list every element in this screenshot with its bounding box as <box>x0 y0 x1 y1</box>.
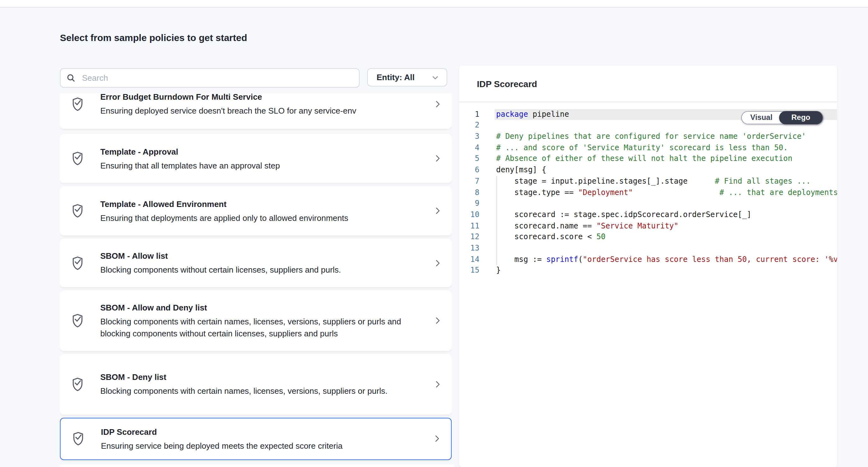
code-token: 50 <box>596 233 606 241</box>
toggle-option-rego[interactable]: Rego <box>779 111 823 124</box>
line-number: 12 <box>459 232 479 243</box>
shield-check-icon <box>71 256 84 270</box>
policy-card-text: Template - Allowed Environment Ensuring … <box>60 198 452 224</box>
page-title: Select from sample policies to get start… <box>60 32 247 43</box>
chevron-right-icon <box>433 317 441 325</box>
code-token: msg := <box>496 255 546 263</box>
list-footer-edge <box>60 465 454 467</box>
code-token: "Deployment" <box>578 188 633 197</box>
chevron-right-icon <box>433 100 441 108</box>
code-text: scorecard.score < 50 <box>496 232 606 243</box>
line-number: 9 <box>459 198 479 209</box>
search-input[interactable] <box>81 72 359 83</box>
policy-card-text: Template - Approval Ensuring that all te… <box>60 145 452 171</box>
line-number: 11 <box>459 221 479 232</box>
line-number: 1 <box>459 109 479 120</box>
code-token: # Absence of either of these will not ha… <box>496 154 792 163</box>
line-number: 2 <box>459 120 479 131</box>
shield-check-icon <box>71 96 84 111</box>
code-token: deny[msg] { <box>496 165 546 174</box>
code-token: scorecard.score < <box>496 233 596 241</box>
code-text: # Absence of either of these will not ha… <box>496 154 792 165</box>
shield-check-icon <box>71 151 84 166</box>
search-icon <box>66 73 76 83</box>
policy-card[interactable]: SBOM - Deny list Blocking components wit… <box>60 354 452 414</box>
code-line: 15} <box>459 265 837 276</box>
code-token: stage.type == <box>496 188 578 197</box>
policy-title: Error Budget Burndown For Multi Service <box>100 93 422 103</box>
policy-title: SBOM - Deny list <box>100 371 422 383</box>
code-text: msg := sprintf("orderService has score l… <box>496 254 837 265</box>
policy-card[interactable]: Template - Approval Ensuring that all te… <box>60 134 452 183</box>
code-token: package <box>496 110 528 118</box>
policy-card[interactable]: SBOM - Allow list Blocking components wi… <box>60 238 452 287</box>
line-number: 7 <box>459 176 479 187</box>
line-number: 15 <box>459 265 479 276</box>
code-line: 12 scorecard.score < 50 <box>459 232 837 243</box>
code-line: 8 stage.type == "Deployment" # ... that … <box>459 187 837 198</box>
code-line: 13 <box>459 243 837 254</box>
policy-description: Blocking components without certain lice… <box>100 264 422 276</box>
policy-description: Ensuring service being deployed meets th… <box>101 440 421 451</box>
entity-filter-label: Entity: All <box>377 72 432 82</box>
code-token <box>633 188 720 197</box>
line-number: 10 <box>459 209 479 221</box>
toggle-option-visual[interactable]: Visual <box>742 111 781 123</box>
policy-title: IDP Scorecard <box>101 426 421 438</box>
chevron-right-icon <box>433 435 441 443</box>
code-line: 7 stage = input.pipeline.stages[_].stage… <box>459 176 837 187</box>
policy-description: Ensuring that deployments are applied on… <box>100 212 422 224</box>
code-text: stage = input.pipeline.stages[_].stage #… <box>496 176 811 187</box>
policy-list[interactable]: Error Budget Burndown For Multi Service … <box>60 93 452 467</box>
policy-title: Template - Approval <box>100 145 422 157</box>
shield-check-icon <box>71 431 84 446</box>
code-token: pipeline <box>528 110 569 118</box>
code-token: # ... that are deployments <box>719 188 837 197</box>
code-token: scorecard.name == <box>496 221 596 230</box>
shield-check-icon <box>71 204 84 218</box>
code-token: ( <box>578 255 583 263</box>
search-box[interactable] <box>60 68 360 88</box>
chevron-right-icon <box>433 259 441 267</box>
policy-title: SBOM - Allow and Deny list <box>100 302 422 314</box>
code-token: "Service Maturity" <box>596 221 678 230</box>
code-text: # ... and score of 'Service Maturity' sc… <box>496 143 788 154</box>
code-token: stage = input.pipeline.stages[_].stage <box>496 177 715 185</box>
chevron-right-icon <box>433 154 441 163</box>
policy-card-text: SBOM - Allow and Deny list Blocking comp… <box>60 302 452 340</box>
policy-description: Ensuring deployed service doesn't breach… <box>100 105 422 117</box>
chevron-right-icon <box>433 380 441 388</box>
chevron-down-icon <box>432 74 439 81</box>
view-mode-toggle[interactable]: Visual Rego <box>741 111 823 124</box>
entity-filter-dropdown[interactable]: Entity: All <box>367 68 447 86</box>
policy-description: Blocking components with certain names, … <box>100 316 422 340</box>
code-text: scorecard := stage.spec.idpScorecard.ord… <box>496 209 751 221</box>
code-line: 10 scorecard := stage.spec.idpScorecard.… <box>459 209 837 221</box>
code-text: deny[msg] { <box>496 165 546 176</box>
policy-samples-screen: Select from sample policies to get start… <box>0 0 868 467</box>
line-number: 14 <box>459 254 479 265</box>
preview-title: IDP Scorecard <box>477 79 537 89</box>
policy-title: Template - Allowed Environment <box>100 198 422 210</box>
policy-card-text: Error Budget Burndown For Multi Service … <box>60 93 452 117</box>
top-bar <box>0 0 868 7</box>
policy-card[interactable]: Template - Allowed Environment Ensuring … <box>60 186 452 235</box>
policy-card[interactable]: IDP Scorecard Ensuring service being dep… <box>60 417 452 460</box>
line-number: 6 <box>459 165 479 176</box>
code-line: 5# Absence of either of these will not h… <box>459 154 837 165</box>
policy-card[interactable]: SBOM - Allow and Deny list Blocking comp… <box>60 290 452 351</box>
code-token: } <box>496 266 501 275</box>
line-number: 8 <box>459 187 479 198</box>
code-line: 14 msg := sprintf("orderService has scor… <box>459 254 837 265</box>
code-line: 11 scorecard.name == "Service Maturity" <box>459 221 837 232</box>
code-text: } <box>496 265 501 276</box>
code-token: scorecard := stage.spec.idpScorecard.ord… <box>496 210 751 219</box>
preview-header: IDP Scorecard <box>459 66 837 102</box>
policy-card[interactable]: Error Budget Burndown For Multi Service … <box>60 93 452 128</box>
code-line: 4# ... and score of 'Service Maturity' s… <box>459 143 837 154</box>
code-line: 9 <box>459 198 837 209</box>
policy-description: Blocking components with certain names, … <box>100 385 422 397</box>
rego-code-editor[interactable]: 1package pipeline23# Deny pipelines that… <box>459 102 837 276</box>
code-token: sprintf <box>546 255 578 263</box>
policy-description: Ensuring that all templates have an appr… <box>100 159 422 171</box>
